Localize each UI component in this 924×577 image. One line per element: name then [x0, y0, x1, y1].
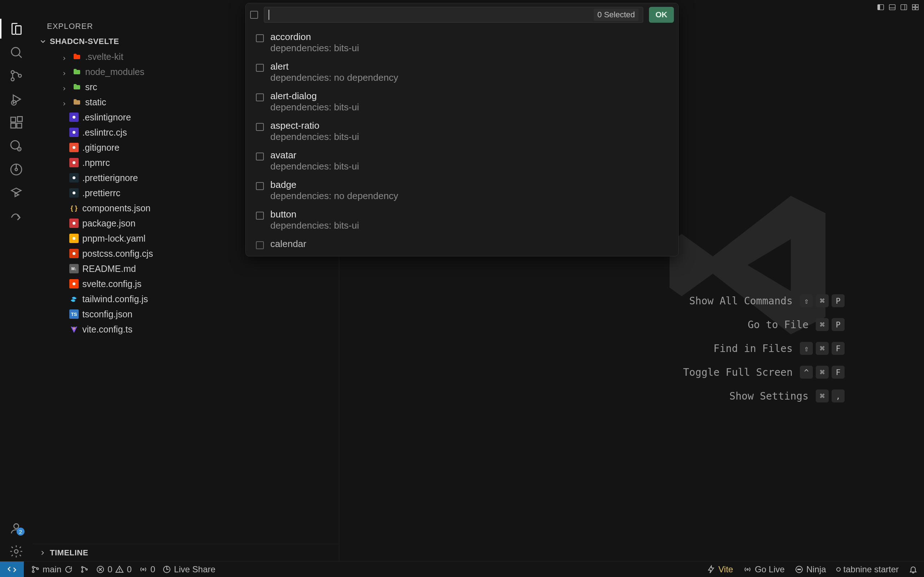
toggle-panel-icon[interactable]: [887, 2, 897, 12]
quickpick-item-aspect-ratio[interactable]: aspect-ratiodependencies: bits-ui: [246, 116, 678, 146]
tree-item-label: components.json: [82, 203, 150, 213]
customize-layout-icon[interactable]: [910, 2, 921, 12]
svg-marker-15: [13, 95, 21, 103]
ninja-label: Ninja: [806, 564, 826, 574]
quickpick-list: accordiondependencies: bits-uialertdepen…: [246, 26, 678, 256]
projects-icon[interactable]: [0, 183, 32, 203]
live-share-status[interactable]: Live Share: [162, 564, 215, 574]
errors-count: 0: [108, 564, 112, 574]
quickpick-ok-button[interactable]: OK: [649, 7, 674, 23]
svg-point-13: [11, 77, 14, 81]
key-⇧: ⇧: [800, 294, 813, 307]
tailwind-icon: [69, 294, 79, 304]
activity-bar: 2: [0, 15, 32, 561]
tabnine-dot-icon: [836, 567, 841, 572]
tabnine-status[interactable]: tabnine starter: [836, 564, 899, 574]
welcome-shortcuts: Show All Commands⇧⌘PGo to File⌘PFind in …: [683, 294, 845, 403]
tree-item-label: .prettierrc: [82, 188, 121, 198]
key-^: ^: [800, 366, 813, 379]
key-F: F: [832, 342, 845, 355]
tree-item-label: .eslintignore: [82, 112, 131, 122]
postcss-icon: [69, 249, 79, 258]
quickpick-item-desc: dependencies: bits-ui: [270, 43, 359, 54]
quickpick-item-checkbox[interactable]: [256, 212, 264, 220]
svg-rect-9: [916, 8, 918, 10]
quickpick-input[interactable]: 0 Selected: [264, 7, 643, 23]
vite-status[interactable]: Vite: [707, 564, 733, 574]
quickpick-item-checkbox[interactable]: [256, 241, 264, 249]
quickpick-item-label: alert-dialog: [270, 90, 359, 102]
share-icon[interactable]: [0, 206, 32, 226]
welcome-label: Show Settings: [729, 390, 809, 402]
notifications-icon[interactable]: [909, 565, 918, 574]
tree-item-label: postcss.config.cjs: [82, 248, 153, 259]
quickpick-select-all-checkbox[interactable]: [250, 11, 258, 19]
sync-icon[interactable]: [64, 565, 73, 574]
gitlens-icon[interactable]: [0, 160, 32, 179]
quickpick-item-label: avatar: [270, 150, 359, 161]
accounts-icon[interactable]: 2: [0, 518, 32, 538]
git-graph-status[interactable]: [80, 565, 89, 574]
ports-status[interactable]: 0: [139, 564, 155, 574]
problems-status[interactable]: 0 0: [96, 564, 132, 574]
quickpick-item-button[interactable]: buttondependencies: bits-ui: [246, 205, 678, 235]
extensions-icon[interactable]: [0, 113, 32, 132]
quickpick-item-calendar[interactable]: calendar: [246, 235, 678, 253]
file-readme-md[interactable]: M↓README.md: [48, 261, 339, 276]
file-tsconfig-json[interactable]: TStsconfig.json: [48, 306, 339, 322]
svg-point-36: [73, 222, 76, 225]
go-live-status[interactable]: Go Live: [743, 564, 785, 574]
svg-point-43: [82, 567, 83, 568]
welcome-label: Find in Files: [714, 343, 793, 355]
svg-point-28: [14, 524, 18, 528]
quickpick-item-alert-dialog[interactable]: alert-dialogdependencies: bits-ui: [246, 87, 678, 116]
svg-point-35: [73, 192, 76, 194]
explorer-icon[interactable]: [0, 19, 32, 39]
welcome-label: Go to File: [748, 319, 809, 331]
quickpick-item-alert[interactable]: alertdependencies: no dependency: [246, 57, 678, 87]
welcome-label: Toggle Full Screen: [683, 366, 793, 378]
remote-indicator[interactable]: [0, 561, 24, 577]
quickpick-item-avatar[interactable]: avatardependencies: bits-ui: [246, 146, 678, 176]
timeline-section[interactable]: TIMELINE: [32, 544, 339, 561]
ninja-status[interactable]: Ninja: [795, 564, 826, 574]
svg-marker-27: [15, 193, 19, 197]
eslint-icon: [69, 128, 79, 137]
remote-explorer-icon[interactable]: [0, 136, 32, 156]
quickpick-item-desc: dependencies: no dependency: [270, 190, 398, 201]
key-⇧: ⇧: [800, 342, 813, 355]
run-debug-icon[interactable]: [0, 89, 32, 109]
toggle-secondary-sidebar-icon[interactable]: [899, 2, 909, 12]
tree-item-label: README.md: [82, 264, 136, 274]
settings-gear-icon[interactable]: [0, 541, 32, 561]
svg-rect-6: [913, 5, 915, 7]
quickpick-item-checkbox[interactable]: [256, 34, 264, 42]
source-control-icon[interactable]: [0, 66, 32, 85]
quickpick-item-accordion[interactable]: accordiondependencies: bits-ui: [246, 28, 678, 57]
status-bar: main 0 0 0 Live Share: [0, 561, 924, 577]
quickpick-item-checkbox[interactable]: [256, 93, 264, 102]
project-name: SHADCN-SVELTE: [50, 37, 119, 46]
welcome-row-toggle-full-screen: Toggle Full Screen^⌘F: [683, 366, 845, 379]
git-branch-status[interactable]: main: [31, 564, 73, 574]
npm-icon: [69, 219, 79, 228]
search-icon[interactable]: [0, 42, 32, 62]
svg-rect-55: [797, 569, 801, 570]
pnpm-icon: [69, 234, 79, 243]
quickpick-item-checkbox[interactable]: [256, 153, 264, 161]
md-icon: M↓: [69, 264, 79, 273]
chevron-right-icon: [61, 83, 69, 90]
file-tailwind-config-js[interactable]: tailwind.config.js: [48, 292, 339, 306]
quickpick-item-checkbox[interactable]: [256, 123, 264, 131]
quickpick-item-badge[interactable]: badgedependencies: no dependency: [246, 176, 678, 205]
file-vite-config-ts[interactable]: vite.config.ts: [48, 322, 339, 337]
svelte-icon: [69, 279, 79, 288]
welcome-row-find-in-files: Find in Files⇧⌘F: [714, 342, 845, 355]
quickpick-dialog: 0 Selected OK accordiondependencies: bit…: [246, 3, 678, 256]
quickpick-item-checkbox[interactable]: [256, 64, 264, 72]
svg-point-29: [15, 550, 18, 553]
toggle-primary-sidebar-icon[interactable]: [876, 2, 886, 12]
file-svelte-config-js[interactable]: svelte.config.js: [48, 276, 339, 292]
tree-item-label: tailwind.config.js: [82, 294, 148, 305]
quickpick-item-checkbox[interactable]: [256, 182, 264, 190]
